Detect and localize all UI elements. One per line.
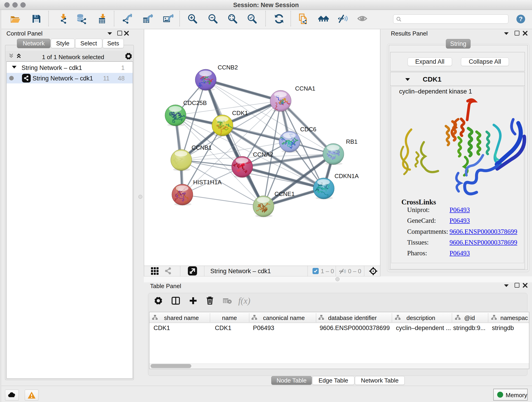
svg-text:CCNA2: CCNA2: [253, 151, 273, 158]
svg-text:CDC25B: CDC25B: [183, 99, 207, 106]
svg-text:CDC6: CDC6: [300, 126, 317, 133]
svg-text:CDK1: CDK1: [232, 109, 248, 116]
svg-text:CDKN1A: CDKN1A: [335, 172, 359, 179]
svg-text:CCNE1: CCNE1: [274, 191, 295, 197]
svg-text:RB1: RB1: [346, 138, 358, 145]
svg-text:CCNB2: CCNB2: [218, 64, 238, 71]
svg-text:CCNB1: CCNB1: [191, 144, 212, 151]
svg-text:HIST1H1A: HIST1H1A: [193, 179, 222, 186]
svg-text:CCNA1: CCNA1: [295, 85, 315, 92]
